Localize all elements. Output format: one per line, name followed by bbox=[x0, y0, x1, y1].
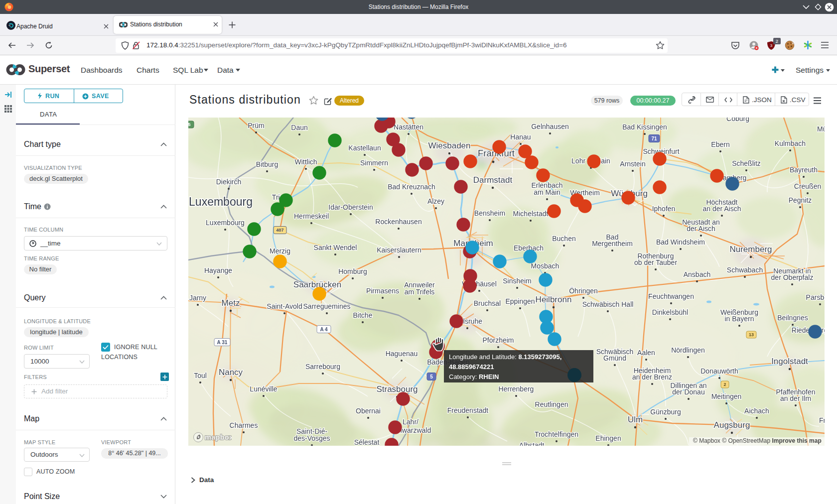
svg-text:Heilbronn: Heilbronn bbox=[536, 295, 572, 304]
svg-text:Nuremberg: Nuremberg bbox=[729, 245, 772, 254]
svg-text:Lahr/: Lahr/ bbox=[403, 418, 418, 426]
svg-text:Mergentheim: Mergentheim bbox=[592, 240, 633, 248]
svg-text:Buchen: Buchen bbox=[552, 235, 575, 243]
svg-text:des-Vosges: des-Vosges bbox=[293, 434, 330, 442]
svg-text:Parsberg: Parsberg bbox=[806, 293, 825, 301]
svg-text:Sarrebourg: Sarrebourg bbox=[305, 363, 340, 371]
svg-text:an der Aisch: an der Aisch bbox=[702, 205, 741, 213]
svg-text:Augsburg: Augsburg bbox=[714, 420, 750, 430]
svg-text:Aichach: Aichach bbox=[744, 407, 769, 415]
svg-text:Reutlingen: Reutlingen bbox=[535, 400, 568, 408]
svg-text:Sarreguemines: Sarreguemines bbox=[303, 302, 351, 310]
svg-text:Creußen: Creußen bbox=[794, 182, 821, 190]
svg-text:Homburg: Homburg bbox=[338, 267, 367, 275]
svg-text:Trochtelfingen: Trochtelfingen bbox=[535, 430, 578, 438]
svg-text:Hanau: Hanau bbox=[510, 133, 531, 141]
svg-text:Wiesbaden: Wiesbaden bbox=[428, 141, 470, 150]
svg-text:Darmstadt: Darmstadt bbox=[473, 175, 513, 185]
svg-text:Pegnitz: Pegnitz bbox=[789, 196, 812, 204]
svg-text:der Oberpfalz: der Oberpfalz bbox=[771, 273, 814, 281]
svg-text:Pforzheim: Pforzheim bbox=[482, 336, 514, 344]
svg-text:Bad Kreuznach: Bad Kreuznach bbox=[388, 183, 435, 191]
svg-text:Sinsheim: Sinsheim bbox=[503, 277, 532, 285]
svg-text:an der Brenz: an der Brenz bbox=[632, 373, 672, 381]
svg-text:Toul: Toul bbox=[194, 372, 207, 379]
svg-text:Idar-Oberstein: Idar-Oberstein bbox=[328, 203, 373, 211]
svg-text:Scheßlitz: Scheßlitz bbox=[732, 159, 761, 167]
svg-text:der Donau: der Donau bbox=[672, 388, 704, 396]
svg-text:Bitche: Bitche bbox=[353, 311, 373, 319]
svg-text:Daun: Daun bbox=[291, 124, 307, 131]
svg-text:Dinkelsbühl: Dinkelsbühl bbox=[652, 308, 688, 316]
svg-text:Günzburg: Günzburg bbox=[650, 408, 681, 416]
svg-text:Merzig: Merzig bbox=[270, 247, 290, 255]
svg-text:Bad Kissingen: Bad Kissingen bbox=[622, 123, 667, 131]
svg-text:Ehingen: Ehingen bbox=[595, 434, 621, 442]
svg-text:71: 71 bbox=[651, 136, 657, 141]
svg-text:A 4: A 4 bbox=[320, 327, 328, 332]
svg-text:Bad Windsheim: Bad Windsheim bbox=[656, 238, 705, 246]
svg-text:Feuchtwangen: Feuchtwangen bbox=[648, 292, 694, 300]
svg-text:Hayange: Hayange bbox=[204, 266, 232, 274]
svg-text:Kulmbach: Kulmbach bbox=[775, 139, 806, 147]
svg-text:Eppingen: Eppingen bbox=[505, 297, 535, 305]
svg-text:Herrenberg: Herrenberg bbox=[499, 385, 534, 393]
svg-text:Beilngries: Beilngries bbox=[777, 314, 808, 322]
svg-text:am Main: am Main bbox=[534, 188, 560, 196]
svg-text:Wittlich: Wittlich bbox=[294, 158, 317, 166]
svg-text:Nancy: Nancy bbox=[219, 368, 243, 377]
svg-text:Arnstein: Arnstein bbox=[620, 160, 645, 168]
svg-text:Bayreuth: Bayreuth bbox=[790, 166, 818, 174]
svg-text:Lunéville: Lunéville bbox=[250, 385, 277, 393]
svg-text:Ebern: Ebern bbox=[711, 140, 729, 148]
svg-text:Freising: Freising bbox=[819, 416, 825, 424]
svg-text:Mosbach: Mosbach bbox=[531, 262, 559, 270]
svg-text:Donauwörth: Donauwörth bbox=[700, 367, 738, 375]
svg-text:an der Ilm: an der Ilm bbox=[780, 394, 811, 402]
svg-text:Luxembourg: Luxembourg bbox=[189, 195, 253, 208]
svg-text:Gelnhausen: Gelnhausen bbox=[531, 123, 569, 130]
svg-text:Albstadt: Albstadt bbox=[519, 441, 545, 446]
svg-text:Nastätten: Nastätten bbox=[394, 123, 423, 131]
svg-text:Rockenhausen: Rockenhausen bbox=[375, 218, 421, 226]
svg-text:Sélestat: Sélestat bbox=[354, 438, 380, 446]
svg-text:Kastellaun: Kastellaun bbox=[348, 144, 381, 152]
svg-text:Münchb: Münchb bbox=[817, 125, 825, 133]
svg-text:Haguenau: Haguenau bbox=[386, 350, 418, 358]
svg-text:in Bayern: in Bayern bbox=[724, 315, 754, 323]
svg-text:Luxembourg: Luxembourg bbox=[206, 219, 245, 227]
svg-text:am Trifels: am Trifels bbox=[405, 288, 435, 296]
svg-text:Bensheim: Bensheim bbox=[474, 209, 505, 217]
svg-text:Kaiserslautern: Kaiserslautern bbox=[377, 246, 421, 254]
svg-text:Alzey: Alzey bbox=[427, 197, 444, 205]
svg-text:Freudenstadt: Freudenstadt bbox=[447, 406, 489, 414]
svg-text:der Aisch: der Aisch bbox=[687, 225, 715, 233]
svg-text:Metz: Metz bbox=[222, 298, 240, 308]
svg-text:Iphofen: Iphofen bbox=[652, 205, 676, 213]
svg-text:Strasbourg: Strasbourg bbox=[376, 384, 418, 394]
svg-text:Simmern: Simmern bbox=[360, 159, 388, 167]
svg-text:Jarny: Jarny bbox=[189, 294, 206, 302]
svg-text:ob der Tauber: ob der Tauber bbox=[634, 258, 677, 266]
svg-text:Aalen: Aalen bbox=[637, 349, 655, 357]
svg-text:Prüm: Prüm bbox=[248, 122, 264, 129]
svg-text:Sankt Wendel: Sankt Wendel bbox=[314, 244, 357, 252]
svg-text:2: 2 bbox=[723, 382, 726, 387]
svg-text:Bruchsal: Bruchsal bbox=[474, 299, 501, 307]
svg-text:Gmünd: Gmünd bbox=[603, 354, 626, 362]
svg-text:A 31: A 31 bbox=[217, 340, 228, 345]
svg-text:407: 407 bbox=[276, 228, 283, 233]
svg-text:Schwäbisch Hall: Schwäbisch Hall bbox=[582, 300, 634, 308]
svg-text:5: 5 bbox=[188, 122, 191, 127]
svg-text:Meitingen: Meitingen bbox=[711, 392, 742, 400]
svg-text:Bitburg: Bitburg bbox=[256, 160, 278, 168]
svg-text:5: 5 bbox=[430, 374, 433, 379]
svg-text:Ulm: Ulm bbox=[628, 415, 643, 424]
svg-text:Obernai: Obernai bbox=[356, 407, 381, 415]
svg-text:Michelstadt: Michelstadt bbox=[513, 210, 549, 218]
svg-text:Charmes: Charmes bbox=[230, 421, 258, 429]
svg-text:13: 13 bbox=[749, 332, 754, 337]
svg-text:mapbox: mapbox bbox=[205, 433, 232, 441]
svg-text:Öhringen: Öhringen bbox=[569, 286, 598, 295]
svg-text:Saint-Avold: Saint-Avold bbox=[267, 302, 302, 310]
